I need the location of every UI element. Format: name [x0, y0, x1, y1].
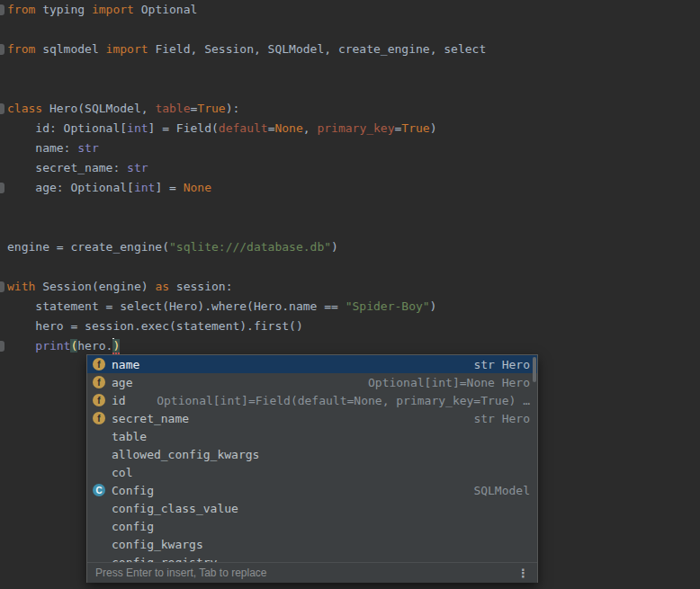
code-token: age: Optional[	[7, 181, 134, 194]
code-token: "Spider-Boy"	[346, 299, 430, 313]
code-token: "sqlite:///database.db"	[169, 240, 331, 254]
completion-type-hint: str Hero	[473, 412, 530, 425]
code-token: str	[127, 161, 148, 174]
code-token: engine = create_engine(	[7, 240, 169, 254]
completion-item-secret_name[interactable]: fsecret_namestr Hero	[87, 409, 537, 427]
completion-item-id[interactable]: fidOptional[int]=Field(default=None, pri…	[87, 391, 537, 409]
completion-type-hint: str Hero	[473, 358, 530, 371]
code-token: as	[155, 280, 169, 293]
code-token: ] =	[155, 181, 183, 194]
completion-item-col[interactable]: col	[87, 463, 537, 481]
class-icon: C	[93, 484, 105, 496]
code-token: )	[112, 339, 120, 354]
completion-hint: Press Enter to insert, Tab to replace	[95, 567, 267, 579]
completion-item-config[interactable]: config	[87, 517, 537, 535]
code-line[interactable]: statement = select(Hero).where(Hero.name…	[7, 297, 436, 317]
gutter-icon[interactable]	[0, 4, 4, 15]
code-line[interactable]: secret_name: str	[7, 158, 148, 178]
code-token: )	[430, 299, 437, 313]
code-token: True	[197, 102, 225, 115]
code-token: Optional	[134, 3, 197, 16]
gutter-icon[interactable]	[0, 341, 4, 352]
code-token: hero.	[77, 339, 112, 353]
code-token: name:	[7, 141, 77, 155]
more-options-icon[interactable]: ⋮	[517, 567, 529, 579]
code-line[interactable]: engine = create_engine("sqlite:///databa…	[7, 237, 338, 257]
completion-label: config_kwargs	[112, 538, 203, 551]
code-line[interactable]: from sqlmodel import Field, Session, SQL…	[7, 40, 486, 59]
field-icon: f	[93, 412, 105, 424]
completion-label: col	[112, 466, 132, 479]
code-token: Session(engine)	[35, 280, 155, 293]
code-token: with	[7, 280, 35, 293]
gutter-icon[interactable]	[0, 183, 4, 193]
no-icon	[93, 430, 105, 442]
code-line[interactable]: name: str	[7, 138, 99, 158]
no-icon	[93, 556, 105, 562]
completion-list: fnamestr HerofageOptional[int]=None Hero…	[87, 355, 537, 562]
completion-label: table	[112, 430, 147, 443]
completion-footer: Press Enter to insert, Tab to replace ⋮	[87, 562, 537, 583]
completion-item-config_registry[interactable]: config_registry	[87, 553, 537, 562]
code-token: True	[401, 121, 429, 135]
code-token: id: Optional[	[7, 121, 127, 135]
no-icon	[93, 520, 105, 532]
gutter-icon[interactable]	[0, 44, 4, 55]
completion-label: name	[112, 358, 139, 371]
gutter-icon[interactable]	[0, 103, 4, 114]
completion-type-hint: Optional[int]=None Hero	[368, 376, 530, 389]
code-token: int	[134, 181, 155, 194]
completion-label: config	[112, 520, 154, 533]
code-token: ,	[303, 121, 318, 135]
completion-label: age	[112, 376, 132, 389]
completion-item-name[interactable]: fnamestr Hero	[87, 355, 537, 373]
code-token	[7, 339, 35, 353]
code-token: print	[35, 339, 70, 353]
code-line[interactable]: hero = session.exec(statement).first()	[7, 317, 303, 336]
code-token: Hero(SQLModel,	[42, 102, 155, 115]
code-token: secret_name:	[7, 161, 127, 174]
field-icon: f	[93, 394, 105, 406]
completion-item-Config[interactable]: CConfigSQLModel	[87, 481, 537, 499]
code-line[interactable]: with Session(engine) as session:	[7, 277, 232, 297]
code-token: )	[331, 240, 338, 254]
completion-item-age[interactable]: fageOptional[int]=None Hero	[87, 373, 537, 391]
completion-item-allowed_config_kwargs[interactable]: allowed_config_kwargs	[87, 445, 537, 463]
no-icon	[93, 466, 105, 478]
code-token: None	[274, 121, 302, 135]
popup-scrollbar[interactable]	[533, 357, 536, 382]
code-token: hero = session.exec(statement).first()	[7, 319, 303, 333]
code-token: ):	[226, 102, 240, 115]
no-icon	[93, 538, 105, 550]
completion-label: config_class_value	[112, 502, 238, 515]
code-line[interactable]: age: Optional[int] = None	[7, 178, 211, 198]
code-token: typing	[35, 3, 92, 16]
code-line[interactable]: class Hero(SQLModel, table=True):	[7, 99, 239, 119]
code-line[interactable]: print(hero.)	[7, 336, 120, 356]
completion-type-hint: Optional[int]=Field(default=None, primar…	[157, 394, 530, 407]
completion-item-config_class_value[interactable]: config_class_value	[87, 499, 537, 517]
completion-popup: fnamestr HerofageOptional[int]=None Hero…	[86, 354, 538, 583]
completion-item-table[interactable]: table	[87, 427, 537, 445]
code-token: default	[219, 121, 268, 135]
completion-label: id	[112, 394, 126, 407]
code-token: from	[7, 3, 35, 16]
code-token: )	[430, 121, 437, 135]
no-icon	[93, 448, 105, 460]
code-line[interactable]: id: Optional[int] = Field(default=None, …	[7, 119, 436, 138]
code-token: Field, Session, SQLModel, create_engine,…	[148, 42, 487, 56]
completion-item-config_kwargs[interactable]: config_kwargs	[87, 535, 537, 553]
code-token: primary_key	[317, 121, 394, 135]
completion-label: secret_name	[112, 412, 189, 425]
ide-editor: from typing import Optionalfrom sqlmodel…	[0, 0, 700, 589]
code-line[interactable]: from typing import Optional	[7, 0, 197, 20]
completion-label: Config	[112, 484, 154, 497]
code-token: import	[92, 3, 134, 16]
gutter-icon[interactable]	[0, 281, 4, 292]
code-token: session:	[169, 280, 232, 293]
field-icon: f	[93, 376, 105, 388]
completion-label: allowed_config_kwargs	[112, 448, 259, 461]
field-icon: f	[93, 358, 105, 370]
code-token: statement = select(Hero).where(Hero.name…	[7, 299, 346, 313]
completion-type-hint: SQLModel	[473, 484, 530, 497]
